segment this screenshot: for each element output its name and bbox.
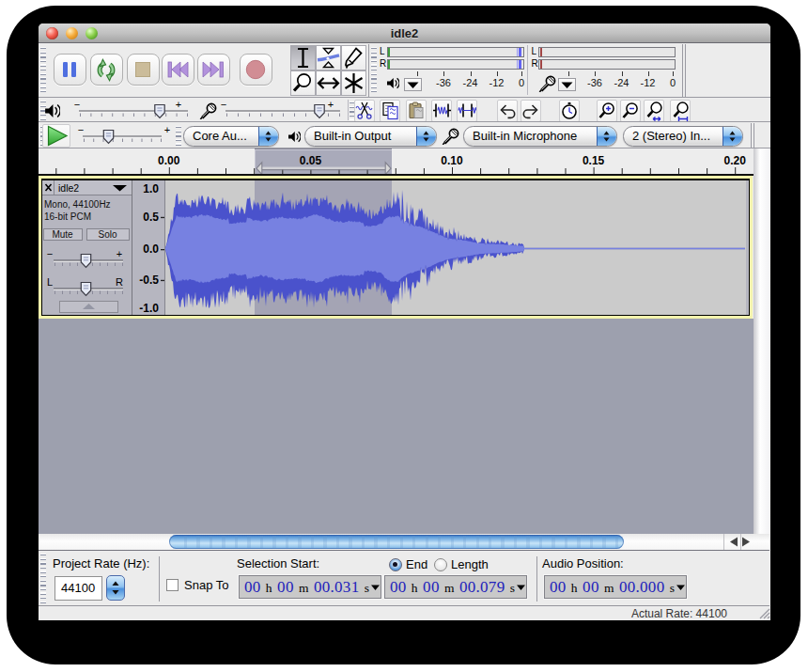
svg-text:−: −	[221, 100, 226, 110]
svg-text:−: −	[47, 249, 53, 259]
svg-text:1.0: 1.0	[143, 182, 159, 195]
svg-text:0.00: 0.00	[158, 154, 180, 167]
svg-text:R: R	[116, 277, 123, 288]
svg-text:−: −	[74, 100, 80, 110]
svg-text:+: +	[164, 125, 170, 135]
svg-text:0.05: 0.05	[300, 154, 322, 167]
svg-text:0.5: 0.5	[143, 210, 159, 223]
svg-text:0.20: 0.20	[724, 154, 747, 167]
svg-text:L: L	[47, 277, 53, 288]
svg-text:−: −	[78, 125, 84, 135]
svg-text:0.10: 0.10	[441, 154, 463, 167]
svg-text:+: +	[328, 100, 334, 110]
svg-text:+: +	[117, 249, 122, 259]
svg-text:0.0: 0.0	[143, 242, 159, 256]
svg-text:+: +	[176, 100, 181, 110]
svg-text:0.15: 0.15	[583, 154, 605, 167]
svg-text:-0.5: -0.5	[139, 273, 159, 286]
svg-text:-1.0: -1.0	[139, 302, 159, 315]
